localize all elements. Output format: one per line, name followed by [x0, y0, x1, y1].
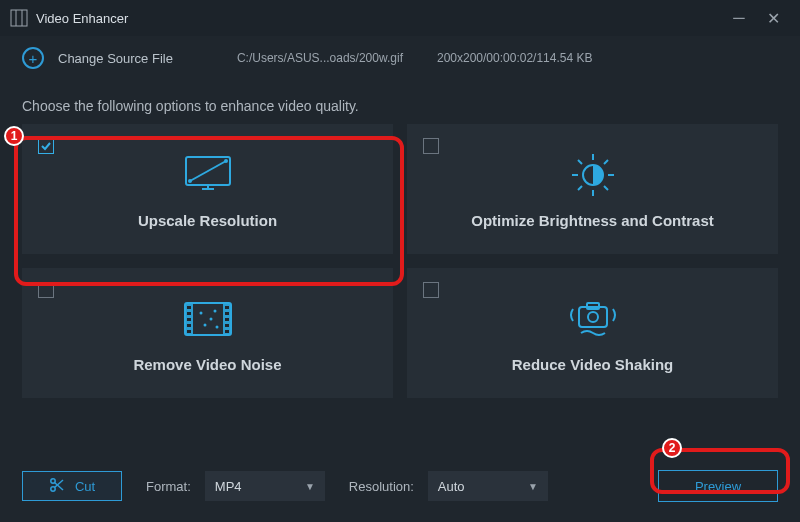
svg-rect-28 — [225, 318, 229, 321]
option-upscale-resolution[interactable]: Upscale Resolution — [22, 124, 393, 254]
option-label: Optimize Brightness and Contrast — [471, 212, 714, 229]
minimize-button[interactable]: ─ — [722, 9, 756, 27]
svg-line-16 — [578, 186, 582, 190]
brightness-icon — [568, 150, 618, 200]
chevron-down-icon: ▼ — [528, 481, 538, 492]
format-dropdown[interactable]: MP4 ▼ — [205, 471, 325, 501]
checkbox-brightness[interactable] — [423, 138, 439, 154]
window-title: Video Enhancer — [36, 11, 722, 26]
option-optimize-brightness[interactable]: Optimize Brightness and Contrast — [407, 124, 778, 254]
svg-point-6 — [224, 159, 228, 163]
preview-label: Preview — [695, 479, 741, 494]
resolution-label: Resolution: — [349, 479, 414, 494]
format-value: MP4 — [215, 479, 242, 494]
svg-rect-21 — [187, 306, 191, 309]
svg-rect-0 — [11, 10, 27, 26]
monitor-diag-icon — [180, 150, 236, 200]
bottom-bar: Cut Format: MP4 ▼ Resolution: Auto ▼ Pre… — [0, 470, 800, 502]
svg-point-33 — [203, 323, 206, 326]
preview-button[interactable]: Preview — [658, 470, 778, 502]
source-file-info: 200x200/00:00:02/114.54 KB — [437, 51, 592, 65]
svg-point-31 — [199, 311, 202, 314]
resolution-dropdown[interactable]: Auto ▼ — [428, 471, 548, 501]
svg-line-15 — [604, 186, 608, 190]
svg-rect-24 — [187, 324, 191, 327]
checkbox-noise[interactable] — [38, 282, 54, 298]
svg-rect-29 — [225, 324, 229, 327]
svg-rect-27 — [225, 312, 229, 315]
titlebar: Video Enhancer ─ ✕ — [0, 0, 800, 36]
options-grid: Upscale Resolution Optimize Brightness a… — [0, 124, 800, 398]
svg-rect-25 — [187, 330, 191, 333]
instruction-text: Choose the following options to enhance … — [0, 80, 800, 124]
app-logo-icon — [10, 9, 28, 27]
cut-label: Cut — [75, 479, 95, 494]
add-source-icon[interactable]: + — [22, 47, 44, 69]
svg-line-14 — [578, 160, 582, 164]
checkbox-upscale[interactable] — [38, 138, 54, 154]
svg-rect-26 — [225, 306, 229, 309]
option-label: Remove Video Noise — [133, 356, 281, 373]
change-source-link[interactable]: Change Source File — [58, 51, 173, 66]
resolution-value: Auto — [438, 479, 465, 494]
option-label: Upscale Resolution — [138, 212, 277, 229]
svg-rect-23 — [187, 318, 191, 321]
svg-line-17 — [604, 160, 608, 164]
svg-point-34 — [213, 309, 216, 312]
svg-line-4 — [190, 161, 226, 181]
checkbox-shaking[interactable] — [423, 282, 439, 298]
svg-rect-22 — [187, 312, 191, 315]
svg-rect-30 — [225, 330, 229, 333]
chevron-down-icon: ▼ — [305, 481, 315, 492]
svg-point-32 — [209, 317, 212, 320]
format-label: Format: — [146, 479, 191, 494]
option-reduce-shaking[interactable]: Reduce Video Shaking — [407, 268, 778, 398]
svg-point-38 — [588, 312, 598, 322]
svg-point-35 — [215, 325, 218, 328]
option-label: Reduce Video Shaking — [512, 356, 673, 373]
cut-button[interactable]: Cut — [22, 471, 122, 501]
source-file-path: C:/Users/ASUS...oads/200w.gif — [237, 51, 403, 65]
annotation-number-2: 2 — [662, 438, 682, 458]
scissors-icon — [49, 477, 65, 496]
close-button[interactable]: ✕ — [756, 9, 790, 28]
svg-point-5 — [188, 179, 192, 183]
option-remove-noise[interactable]: Remove Video Noise — [22, 268, 393, 398]
source-bar: + Change Source File C:/Users/ASUS...oad… — [0, 36, 800, 80]
film-noise-icon — [181, 294, 235, 344]
camera-shake-icon — [563, 294, 623, 344]
